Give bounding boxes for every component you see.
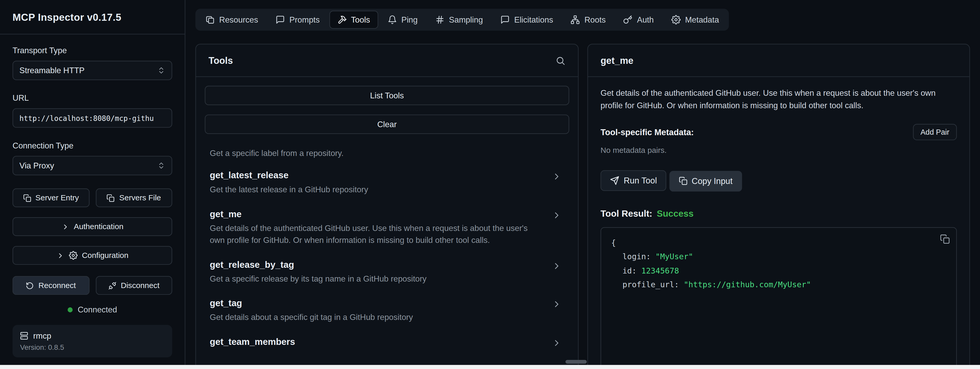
authentication-expander[interactable]: Authentication xyxy=(13,217,172,236)
server-entry-button[interactable]: Server Entry xyxy=(13,188,89,207)
connection-type-label: Connection Type xyxy=(13,141,172,150)
chevron-right-icon xyxy=(552,210,562,220)
tab-label: Auth xyxy=(637,15,654,24)
json-key: login: xyxy=(622,252,655,261)
tool-description: Get details about a specific git tag in … xyxy=(210,312,543,324)
tab-tools[interactable]: Tools xyxy=(329,11,378,29)
url-group: URL xyxy=(13,93,172,128)
copy-icon xyxy=(23,194,31,202)
tool-detail-title: get_me xyxy=(600,55,633,66)
metadata-label: Tool-specific Metadata: xyxy=(600,128,694,137)
url-input[interactable] xyxy=(13,108,172,128)
tool-description: Get a specific release by its tag name i… xyxy=(210,273,543,285)
json-value: "MyUser" xyxy=(655,252,693,261)
chevron-right-icon xyxy=(61,223,69,231)
run-tool-button[interactable]: Run Tool xyxy=(600,170,666,191)
connection-type-value: Via Proxy xyxy=(19,161,54,170)
search-icon[interactable] xyxy=(555,55,566,65)
main-area: Resources Prompts Tools Ping Sampling xyxy=(185,0,980,369)
transport-type-select[interactable]: Streamable HTTP xyxy=(13,61,172,80)
copy-input-label: Copy Input xyxy=(692,177,733,186)
tool-list-item[interactable]: get_me Get details of the authenticated … xyxy=(210,209,564,246)
json-open-brace: { xyxy=(611,236,946,250)
servers-file-label: Servers File xyxy=(119,193,161,202)
chevron-right-icon xyxy=(552,338,562,348)
tool-name: get_tag xyxy=(210,298,543,308)
json-line: login: "MyUser" xyxy=(611,250,946,264)
tool-description: Get the latest release in a GitHub repos… xyxy=(210,184,543,196)
tools-panel-title: Tools xyxy=(208,55,233,66)
configuration-expander[interactable]: Configuration xyxy=(13,246,172,265)
copy-icon xyxy=(107,194,115,202)
tool-result-label: Tool Result: xyxy=(600,208,652,218)
chevrons-up-down-icon xyxy=(157,67,165,75)
copy-result-icon[interactable] xyxy=(940,234,950,244)
app-window: MCP Inspector v0.17.5 Transport Type Str… xyxy=(0,0,980,369)
sidebar: MCP Inspector v0.17.5 Transport Type Str… xyxy=(0,0,185,369)
connection-status-label: Connected xyxy=(78,305,117,314)
server-version: Version: 0.8.5 xyxy=(20,344,165,351)
authentication-label: Authentication xyxy=(74,222,123,231)
tab-label: Metadata xyxy=(685,15,719,24)
reconnect-button[interactable]: Reconnect xyxy=(13,276,89,295)
transport-type-label: Transport Type xyxy=(13,46,172,55)
reconnect-label: Reconnect xyxy=(38,281,76,290)
no-metadata-text: No metadata pairs. xyxy=(600,146,957,155)
tool-list-item[interactable]: get_tag Get details about a specific git… xyxy=(210,298,564,324)
rotate-ccw-icon xyxy=(26,281,34,289)
json-value: 12345678 xyxy=(641,266,679,275)
tab-prompts[interactable]: Prompts xyxy=(267,11,328,29)
json-line: profile_url: "https://github.com/MyUser" xyxy=(611,278,946,292)
tool-detail-panel: get_me Get details of the authenticated … xyxy=(587,44,970,369)
tab-sampling[interactable]: Sampling xyxy=(427,11,491,29)
horizontal-scrollbar-thumb[interactable] xyxy=(565,360,587,364)
top-tabbar: Resources Prompts Tools Ping Sampling xyxy=(196,9,729,30)
list-tools-button[interactable]: List Tools xyxy=(205,86,569,105)
copy-input-button[interactable]: Copy Input xyxy=(669,171,742,191)
bell-icon xyxy=(388,15,397,24)
server-name: rmcp xyxy=(33,331,51,340)
transport-type-group: Transport Type Streamable HTTP xyxy=(13,46,172,80)
tool-description: Get details of the authenticated GitHub … xyxy=(210,223,543,246)
tool-description-partial: Get a specific label from a repository. xyxy=(210,148,564,158)
server-info-card: rmcp Version: 0.8.5 xyxy=(13,325,172,357)
clear-button[interactable]: Clear xyxy=(205,115,569,134)
tab-roots[interactable]: Roots xyxy=(563,11,614,29)
status-dot-icon xyxy=(68,307,73,312)
disconnect-button[interactable]: Disconnect xyxy=(95,276,172,295)
message-icon xyxy=(501,15,510,24)
chevrons-up-down-icon xyxy=(157,161,165,169)
tab-label: Elicitations xyxy=(514,15,553,24)
tab-metadata[interactable]: Metadata xyxy=(663,11,727,29)
tab-resources[interactable]: Resources xyxy=(197,11,266,29)
server-entry-label: Server Entry xyxy=(35,193,79,202)
window-bottom-edge xyxy=(0,365,980,369)
tool-name: get_latest_release xyxy=(210,170,543,180)
message-icon xyxy=(276,15,285,24)
unplug-icon xyxy=(108,281,116,289)
add-pair-button[interactable]: Add Pair xyxy=(913,124,957,140)
servers-file-button[interactable]: Servers File xyxy=(95,188,172,207)
copy-icon xyxy=(679,177,687,186)
app-title: MCP Inspector v0.17.5 xyxy=(0,0,185,34)
chevron-right-icon xyxy=(56,251,64,259)
connection-type-select[interactable]: Via Proxy xyxy=(13,156,172,175)
chevron-right-icon xyxy=(552,299,562,310)
tool-list-item[interactable]: get_release_by_tag Get a specific releas… xyxy=(210,259,564,285)
tool-list-item[interactable]: get_team_members xyxy=(210,337,564,347)
tab-label: Roots xyxy=(584,15,606,24)
files-icon xyxy=(205,15,215,24)
key-icon xyxy=(623,15,633,24)
json-value: "https://github.com/MyUser" xyxy=(684,280,811,289)
tab-ping[interactable]: Ping xyxy=(380,11,426,29)
tool-name: get_team_members xyxy=(210,337,543,347)
tab-elicitations[interactable]: Elicitations xyxy=(492,11,561,29)
connection-status: Connected xyxy=(13,305,172,314)
send-icon xyxy=(610,176,619,185)
tab-label: Tools xyxy=(351,15,370,24)
gear-icon xyxy=(69,251,78,260)
tool-list-item[interactable]: get_latest_release Get the latest releas… xyxy=(210,170,564,196)
hammer-icon xyxy=(337,15,347,24)
tab-auth[interactable]: Auth xyxy=(615,11,662,29)
result-json-block: { login: "MyUser" id: 12345678 profile_u… xyxy=(600,227,957,369)
